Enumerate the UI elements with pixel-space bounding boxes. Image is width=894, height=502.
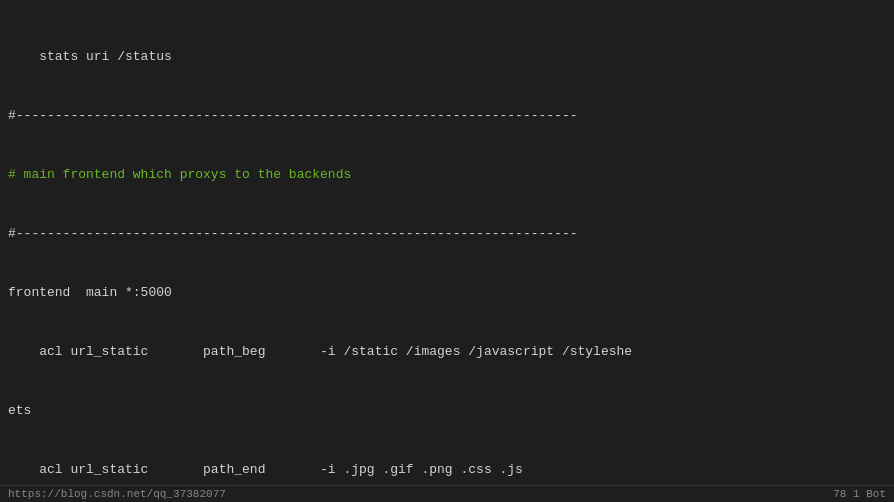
line-frontend: frontend main *:5000	[0, 283, 894, 303]
code-container: stats uri /status #---------------------…	[0, 0, 894, 502]
line-stats: stats uri /status	[0, 47, 894, 67]
bottom-url: https://blog.csdn.net/qq_37382077	[8, 488, 226, 500]
bottom-right: 78 1 Bot	[833, 488, 886, 500]
line-sep2: #---------------------------------------…	[0, 224, 894, 244]
bottom-status-bar: https://blog.csdn.net/qq_37382077 78 1 B…	[0, 485, 894, 502]
line-comment-main: # main frontend which proxys to the back…	[0, 165, 894, 185]
line-sep1: #---------------------------------------…	[0, 106, 894, 126]
line-acl1: acl url_static path_beg -i /static /imag…	[0, 342, 894, 362]
line-ets: ets	[0, 401, 894, 421]
line-acl2: acl url_static path_end -i .jpg .gif .pn…	[0, 460, 894, 480]
